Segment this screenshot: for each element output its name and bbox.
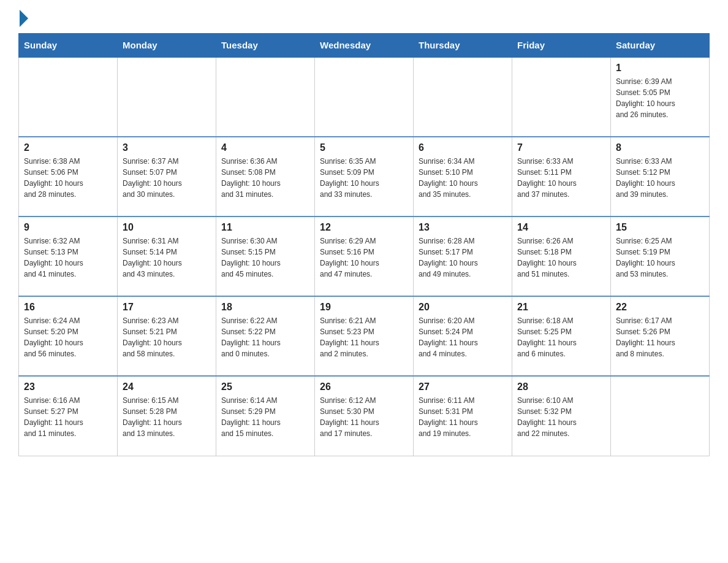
day-info: Sunrise: 6:22 AM Sunset: 5:22 PM Dayligh… [221, 315, 309, 359]
day-number: 5 [320, 142, 408, 153]
calendar-table: SundayMondayTuesdayWednesdayThursdayFrid… [18, 33, 710, 456]
calendar-cell: 21Sunrise: 6:18 AM Sunset: 5:25 PM Dayli… [512, 296, 611, 376]
calendar-cell [611, 376, 710, 456]
day-number: 17 [123, 302, 211, 313]
calendar-cell: 7Sunrise: 6:33 AM Sunset: 5:11 PM Daylig… [512, 137, 611, 216]
calendar-cell: 20Sunrise: 6:20 AM Sunset: 5:24 PM Dayli… [414, 296, 512, 376]
calendar-cell: 28Sunrise: 6:10 AM Sunset: 5:32 PM Dayli… [512, 376, 611, 456]
calendar-week-row: 16Sunrise: 6:24 AM Sunset: 5:20 PM Dayli… [19, 296, 710, 376]
day-info: Sunrise: 6:35 AM Sunset: 5:09 PM Dayligh… [320, 156, 408, 200]
day-info: Sunrise: 6:38 AM Sunset: 5:06 PM Dayligh… [24, 156, 112, 200]
calendar-week-row: 2Sunrise: 6:38 AM Sunset: 5:06 PM Daylig… [19, 137, 710, 216]
calendar-cell [512, 57, 611, 137]
day-info: Sunrise: 6:31 AM Sunset: 5:14 PM Dayligh… [123, 236, 211, 280]
page-header [18, 12, 710, 27]
day-info: Sunrise: 6:11 AM Sunset: 5:31 PM Dayligh… [419, 395, 507, 439]
day-number: 15 [616, 222, 704, 233]
calendar-cell [315, 57, 414, 137]
day-number: 22 [616, 302, 704, 313]
day-info: Sunrise: 6:20 AM Sunset: 5:24 PM Dayligh… [419, 315, 507, 359]
calendar-cell: 6Sunrise: 6:34 AM Sunset: 5:10 PM Daylig… [414, 137, 512, 216]
calendar-cell: 23Sunrise: 6:16 AM Sunset: 5:27 PM Dayli… [19, 376, 118, 456]
calendar-cell: 27Sunrise: 6:11 AM Sunset: 5:31 PM Dayli… [414, 376, 512, 456]
day-info: Sunrise: 6:21 AM Sunset: 5:23 PM Dayligh… [320, 315, 408, 359]
day-info: Sunrise: 6:33 AM Sunset: 5:12 PM Dayligh… [616, 156, 704, 200]
day-number: 25 [221, 381, 309, 393]
day-info: Sunrise: 6:12 AM Sunset: 5:30 PM Dayligh… [320, 395, 408, 439]
day-number: 9 [24, 222, 112, 233]
day-number: 13 [419, 222, 507, 233]
weekday-header-wednesday: Wednesday [315, 34, 414, 58]
day-number: 6 [419, 142, 507, 153]
weekday-header-monday: Monday [118, 34, 216, 58]
day-number: 19 [320, 302, 408, 313]
calendar-week-row: 1Sunrise: 6:39 AM Sunset: 5:05 PM Daylig… [19, 57, 710, 137]
calendar-cell: 18Sunrise: 6:22 AM Sunset: 5:22 PM Dayli… [216, 296, 315, 376]
calendar-cell: 3Sunrise: 6:37 AM Sunset: 5:07 PM Daylig… [118, 137, 216, 216]
calendar-cell: 12Sunrise: 6:29 AM Sunset: 5:16 PM Dayli… [315, 216, 414, 296]
calendar-cell: 17Sunrise: 6:23 AM Sunset: 5:21 PM Dayli… [118, 296, 216, 376]
day-info: Sunrise: 6:32 AM Sunset: 5:13 PM Dayligh… [24, 236, 112, 280]
day-number: 27 [419, 381, 507, 393]
day-info: Sunrise: 6:33 AM Sunset: 5:11 PM Dayligh… [517, 156, 605, 200]
day-info: Sunrise: 6:10 AM Sunset: 5:32 PM Dayligh… [517, 395, 605, 439]
day-number: 26 [320, 381, 408, 393]
day-info: Sunrise: 6:24 AM Sunset: 5:20 PM Dayligh… [24, 315, 112, 359]
calendar-cell: 10Sunrise: 6:31 AM Sunset: 5:14 PM Dayli… [118, 216, 216, 296]
day-number: 18 [221, 302, 309, 313]
weekday-header-saturday: Saturday [611, 34, 710, 58]
calendar-cell: 8Sunrise: 6:33 AM Sunset: 5:12 PM Daylig… [611, 137, 710, 216]
day-info: Sunrise: 6:26 AM Sunset: 5:18 PM Dayligh… [517, 236, 605, 280]
calendar-cell: 2Sunrise: 6:38 AM Sunset: 5:06 PM Daylig… [19, 137, 118, 216]
day-info: Sunrise: 6:23 AM Sunset: 5:21 PM Dayligh… [123, 315, 211, 359]
calendar-cell: 24Sunrise: 6:15 AM Sunset: 5:28 PM Dayli… [118, 376, 216, 456]
logo [18, 12, 28, 27]
day-info: Sunrise: 6:28 AM Sunset: 5:17 PM Dayligh… [419, 236, 507, 280]
day-info: Sunrise: 6:34 AM Sunset: 5:10 PM Dayligh… [419, 156, 507, 200]
calendar-cell [118, 57, 216, 137]
day-info: Sunrise: 6:25 AM Sunset: 5:19 PM Dayligh… [616, 236, 704, 280]
calendar-cell [19, 57, 118, 137]
calendar-cell: 16Sunrise: 6:24 AM Sunset: 5:20 PM Dayli… [19, 296, 118, 376]
weekday-header-tuesday: Tuesday [216, 34, 315, 58]
calendar-cell: 22Sunrise: 6:17 AM Sunset: 5:26 PM Dayli… [611, 296, 710, 376]
calendar-cell: 4Sunrise: 6:36 AM Sunset: 5:08 PM Daylig… [216, 137, 315, 216]
calendar-cell: 9Sunrise: 6:32 AM Sunset: 5:13 PM Daylig… [19, 216, 118, 296]
day-number: 10 [123, 222, 211, 233]
weekday-header-sunday: Sunday [19, 34, 118, 58]
weekday-header-friday: Friday [512, 34, 611, 58]
day-number: 20 [419, 302, 507, 313]
calendar-cell: 5Sunrise: 6:35 AM Sunset: 5:09 PM Daylig… [315, 137, 414, 216]
weekday-header-thursday: Thursday [414, 34, 512, 58]
day-info: Sunrise: 6:15 AM Sunset: 5:28 PM Dayligh… [123, 395, 211, 439]
day-info: Sunrise: 6:16 AM Sunset: 5:27 PM Dayligh… [24, 395, 112, 439]
day-number: 1 [616, 63, 704, 74]
calendar-cell [216, 57, 315, 137]
day-number: 21 [517, 302, 605, 313]
day-number: 2 [24, 142, 112, 153]
calendar-cell: 1Sunrise: 6:39 AM Sunset: 5:05 PM Daylig… [611, 57, 710, 137]
calendar-cell: 15Sunrise: 6:25 AM Sunset: 5:19 PM Dayli… [611, 216, 710, 296]
calendar-cell: 26Sunrise: 6:12 AM Sunset: 5:30 PM Dayli… [315, 376, 414, 456]
day-number: 7 [517, 142, 605, 153]
day-number: 16 [24, 302, 112, 313]
calendar-week-row: 9Sunrise: 6:32 AM Sunset: 5:13 PM Daylig… [19, 216, 710, 296]
calendar-cell [414, 57, 512, 137]
day-number: 24 [123, 381, 211, 393]
day-info: Sunrise: 6:29 AM Sunset: 5:16 PM Dayligh… [320, 236, 408, 280]
logo-arrow-icon [20, 10, 28, 27]
day-number: 14 [517, 222, 605, 233]
day-info: Sunrise: 6:30 AM Sunset: 5:15 PM Dayligh… [221, 236, 309, 280]
day-number: 8 [616, 142, 704, 153]
calendar-cell: 13Sunrise: 6:28 AM Sunset: 5:17 PM Dayli… [414, 216, 512, 296]
calendar-cell: 19Sunrise: 6:21 AM Sunset: 5:23 PM Dayli… [315, 296, 414, 376]
calendar-cell: 14Sunrise: 6:26 AM Sunset: 5:18 PM Dayli… [512, 216, 611, 296]
calendar-week-row: 23Sunrise: 6:16 AM Sunset: 5:27 PM Dayli… [19, 376, 710, 456]
day-number: 28 [517, 381, 605, 393]
day-info: Sunrise: 6:36 AM Sunset: 5:08 PM Dayligh… [221, 156, 309, 200]
day-info: Sunrise: 6:37 AM Sunset: 5:07 PM Dayligh… [123, 156, 211, 200]
day-info: Sunrise: 6:14 AM Sunset: 5:29 PM Dayligh… [221, 395, 309, 439]
weekday-header-row: SundayMondayTuesdayWednesdayThursdayFrid… [19, 34, 710, 58]
calendar-cell: 11Sunrise: 6:30 AM Sunset: 5:15 PM Dayli… [216, 216, 315, 296]
day-number: 3 [123, 142, 211, 153]
